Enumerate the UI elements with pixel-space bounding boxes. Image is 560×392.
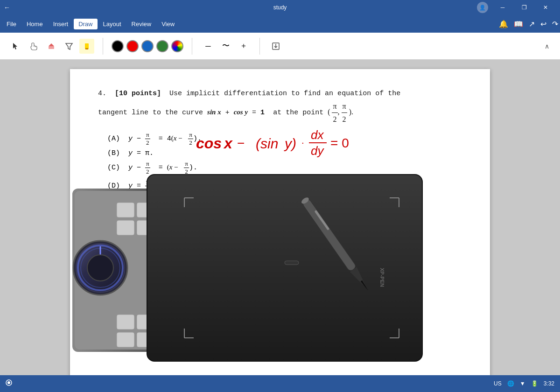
plus-tool[interactable]: ＋ (236, 39, 251, 54)
svg-text:·: · (301, 137, 304, 147)
menu-view[interactable]: View (157, 19, 179, 29)
collapse-ribbon-button[interactable]: ∧ (539, 39, 554, 54)
separator-1 (103, 38, 103, 55)
menu-home[interactable]: Home (22, 19, 48, 29)
reading-icon[interactable]: 📖 (514, 20, 523, 28)
color-green[interactable] (156, 40, 168, 52)
problem-statement: 4. [10 points] Use implicit differentiat… (98, 88, 462, 100)
export-tool[interactable] (268, 39, 283, 54)
window-title: study (273, 4, 287, 11)
svg-text:x: x (288, 174, 296, 188)
close-button[interactable]: ✕ (535, 0, 556, 15)
notification-icon[interactable]: 🔔 (499, 20, 508, 28)
svg-text:x: x (223, 135, 233, 152)
points-label: [10 points] (115, 90, 161, 98)
answer-label: Answer: (98, 208, 127, 216)
svg-text:dx: dx (229, 190, 243, 205)
document: 4. [10 points] Use implicit differentiat… (70, 69, 490, 375)
svg-text:= 0: = 0 (330, 136, 349, 150)
svg-text:cos: cos (196, 135, 222, 152)
svg-point-51 (7, 381, 10, 384)
line-tool[interactable]: ─ (201, 39, 216, 54)
battery-icon: 🔋 (531, 380, 538, 387)
menu-review[interactable]: Review (127, 19, 156, 29)
svg-text:= 0: = 0 (364, 208, 388, 227)
svg-rect-4 (85, 48, 88, 49)
hand-tool[interactable] (26, 39, 41, 54)
restore-button[interactable]: ❐ (513, 0, 535, 15)
color-red[interactable] (126, 40, 139, 52)
menu-bar: File Home Insert Draw Layout Review View… (0, 15, 560, 33)
svg-marker-2 (66, 43, 72, 49)
redo-icon[interactable]: ↷ (552, 20, 558, 28)
svg-text:(sin: (sin (256, 136, 278, 151)
menu-layout[interactable]: Layout (98, 19, 126, 29)
status-bar: US 🌐 ▼ 🔋 3:32 (0, 375, 560, 392)
menu-file[interactable]: File (2, 19, 21, 29)
title-bar: ← study 👤 ─ ❐ ✕ (0, 0, 560, 15)
eraser-tool[interactable] (44, 39, 59, 54)
svg-text:sin: sin (269, 189, 284, 203)
svg-marker-1 (49, 43, 54, 46)
svg-text:=: = (251, 182, 259, 197)
share-icon[interactable]: ↗ (529, 20, 535, 28)
network-icon: 🌐 (507, 380, 514, 387)
document-area: 4. [10 points] Use implicit differentiat… (0, 60, 560, 375)
separator-2 (192, 38, 192, 55)
color-black[interactable] (112, 40, 124, 52)
minimize-button[interactable]: ─ (492, 0, 513, 15)
separator-3 (259, 38, 260, 55)
toolbar: ─ 〜 ＋ ∧ (0, 33, 560, 60)
window-controls: ─ ❐ ✕ (492, 0, 556, 15)
svg-rect-0 (49, 46, 54, 49)
svg-text:dx: dx (311, 128, 324, 142)
undo-icon[interactable]: ↩ (540, 20, 546, 28)
svg-text:x: x (286, 189, 293, 203)
cursor-tool[interactable] (8, 39, 23, 54)
menu-draw[interactable]: Draw (74, 19, 97, 29)
wave-tool[interactable]: 〜 (218, 39, 233, 54)
filter-tool[interactable] (62, 39, 77, 54)
svg-text:−: − (237, 136, 245, 150)
svg-text:cos: cos (269, 174, 287, 188)
svg-text:dy: dy (311, 144, 324, 158)
highlighter-tool[interactable] (79, 39, 94, 54)
menu-insert[interactable]: Insert (49, 19, 73, 29)
color-blue[interactable] (141, 40, 154, 52)
signal-icon: ▼ (520, 380, 525, 387)
back-button[interactable]: ← (4, 4, 10, 11)
handwritten-math-svg: cos x − (sin y) · dx dy = 0 dy dx = cos … (182, 111, 443, 270)
clock: 3:32 (544, 380, 554, 387)
record-indicator (6, 379, 12, 388)
user-avatar[interactable]: 👤 (477, 2, 488, 13)
color-multicolor[interactable] (171, 40, 183, 52)
locale-indicator: US (494, 380, 502, 387)
svg-text:dy: dy (229, 174, 244, 189)
svg-text:y): y) (284, 136, 296, 151)
answer-box[interactable] (131, 203, 168, 222)
